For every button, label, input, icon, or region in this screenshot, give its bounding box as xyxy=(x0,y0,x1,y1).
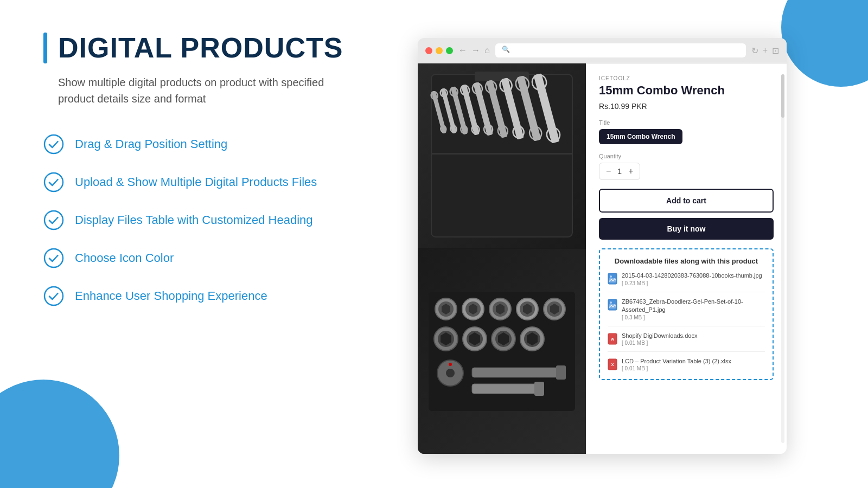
scrollbar-track[interactable] xyxy=(781,74,784,443)
feature-text: Drag & Drag Position Setting xyxy=(75,137,227,151)
file-size-2: [ 0.01 MB ] xyxy=(622,340,697,346)
svg-rect-66 xyxy=(472,368,564,377)
browser-window: ← → ⌂ 🔍 ↻ + ⊡ xyxy=(418,38,787,454)
dot-yellow[interactable] xyxy=(436,47,443,54)
check-icon xyxy=(43,172,64,192)
main-content: DIGITAL PRODUCTS Show multiple digital p… xyxy=(0,0,868,488)
download-item-2[interactable]: W Shopify DigiDownloads.docx [ 0.01 MB ] xyxy=(608,332,765,352)
file-size-3: [ 0.01 MB ] xyxy=(622,365,731,371)
product-price: Rs.10.99 PKR xyxy=(599,102,774,111)
svg-point-3 xyxy=(44,249,63,267)
svg-point-72 xyxy=(610,275,612,278)
left-panel: DIGITAL PRODUCTS Show multiple digital p… xyxy=(43,33,380,466)
buy-now-button[interactable]: Buy it now xyxy=(599,218,774,240)
feature-text: Display Files Table with Customized Head… xyxy=(75,213,313,227)
feature-text: Enhance User Shopping Experience xyxy=(75,289,267,303)
dot-green[interactable] xyxy=(446,47,453,54)
brand-label: ICETOOLZ xyxy=(599,75,774,81)
file-size-1: [ 0.3 MB ] xyxy=(622,314,765,320)
search-icon: 🔍 xyxy=(502,46,510,53)
file-name-2: Shopify DigiDownloads.docx xyxy=(622,332,697,340)
feature-text: Upload & Show Multiple Digital Products … xyxy=(75,175,317,189)
more-icon[interactable]: ⊡ xyxy=(772,46,779,56)
file-name-1: ZB67463_Zebra-Doodlerz-Gel-Pen-Set-of-10… xyxy=(622,298,765,314)
product-images xyxy=(418,63,586,454)
features-list: Drag & Drag Position Setting Upload & Sh… xyxy=(43,134,358,306)
header-accent-bar xyxy=(43,33,47,63)
svg-rect-68 xyxy=(472,384,542,394)
browser-bar: ← → ⌂ 🔍 ↻ + ⊡ xyxy=(418,38,787,63)
product-title: 15mm Combo Wrench xyxy=(599,84,774,98)
svg-point-1 xyxy=(44,173,63,191)
product-page: ICETOOLZ 15mm Combo Wrench Rs.10.99 PKR … xyxy=(418,63,787,454)
browser-url-bar[interactable]: 🔍 xyxy=(495,43,746,57)
qty-control: − 1 + xyxy=(599,163,640,180)
svg-rect-5 xyxy=(431,74,572,237)
nav-home[interactable]: ⌂ xyxy=(484,46,490,55)
download-item-0[interactable]: 2015-04-03-1428020383-763088-10books-thu… xyxy=(608,272,765,292)
qty-plus-btn[interactable]: + xyxy=(628,166,633,176)
scrollbar-thumb[interactable] xyxy=(781,74,784,118)
page-header: DIGITAL PRODUCTS xyxy=(43,33,358,63)
wrench-set-image xyxy=(426,69,578,242)
browser-actions: ↻ + ⊡ xyxy=(751,46,779,56)
svg-point-2 xyxy=(44,211,63,229)
variant-button[interactable]: 15mm Combo Wrench xyxy=(599,129,682,144)
feature-text: Choose Icon Color xyxy=(75,251,174,265)
svg-text:X: X xyxy=(611,363,614,367)
file-size-0: [ 0.23 MB ] xyxy=(622,280,762,286)
nav-back[interactable]: ← xyxy=(458,46,467,55)
feature-item-feat-3: Display Files Table with Customized Head… xyxy=(43,210,358,230)
page-subtitle: Show multiple digital products on produc… xyxy=(58,74,358,107)
download-item-3[interactable]: X LCD – Product Variation Table (3) (2).… xyxy=(608,357,765,371)
doc-file-icon: W xyxy=(608,333,617,345)
reload-icon[interactable]: ↻ xyxy=(751,46,758,56)
qty-label: Quantity xyxy=(599,153,774,159)
nav-forward[interactable]: → xyxy=(471,46,480,55)
downloads-title: Downloadable files along with this produ… xyxy=(608,257,765,265)
browser-dots xyxy=(425,47,453,54)
svg-rect-67 xyxy=(556,365,566,380)
check-icon xyxy=(43,134,64,155)
product-detail: ICETOOLZ 15mm Combo Wrench Rs.10.99 PKR … xyxy=(586,63,787,454)
variant-label: Title xyxy=(599,119,774,126)
file-name-3: LCD – Product Variation Table (3) (2).xl… xyxy=(622,357,731,365)
add-to-cart-button[interactable]: Add to cart xyxy=(599,189,774,213)
excel-file-icon: X xyxy=(608,358,617,370)
product-img-bottom xyxy=(418,249,586,454)
feature-item-feat-5: Enhance User Shopping Experience xyxy=(43,286,358,306)
svg-point-4 xyxy=(44,287,63,305)
product-img-top xyxy=(418,63,586,248)
svg-point-75 xyxy=(610,301,612,304)
page-title: DIGITAL PRODUCTS xyxy=(58,33,343,63)
downloads-section: Downloadable files along with this produ… xyxy=(599,248,774,380)
check-icon xyxy=(43,210,64,230)
feature-item-feat-2: Upload & Show Multiple Digital Products … xyxy=(43,172,358,192)
image-file-icon xyxy=(608,273,617,285)
svg-point-64 xyxy=(446,369,455,377)
qty-value: 1 xyxy=(617,167,622,176)
feature-item-feat-1: Drag & Drag Position Setting xyxy=(43,134,358,155)
svg-text:W: W xyxy=(611,337,615,341)
downloads-list: 2015-04-03-1428020383-763088-10books-thu… xyxy=(608,272,765,371)
file-name-0: 2015-04-03-1428020383-763088-10books-thu… xyxy=(622,272,762,280)
browser-nav: ← → ⌂ xyxy=(458,46,490,55)
check-icon xyxy=(43,286,64,306)
download-item-1[interactable]: ZB67463_Zebra-Doodlerz-Gel-Pen-Set-of-10… xyxy=(608,298,765,326)
socket-set-image xyxy=(426,289,578,414)
dot-red[interactable] xyxy=(425,47,432,54)
right-panel: ← → ⌂ 🔍 ↻ + ⊡ xyxy=(380,33,825,466)
qty-minus-btn[interactable]: − xyxy=(606,166,611,176)
check-icon xyxy=(43,248,64,268)
svg-point-0 xyxy=(44,135,63,153)
svg-rect-34 xyxy=(431,153,572,155)
feature-item-feat-4: Choose Icon Color xyxy=(43,248,358,268)
svg-point-65 xyxy=(449,363,452,366)
image-file-icon xyxy=(608,299,617,311)
new-tab-icon[interactable]: + xyxy=(763,46,768,56)
svg-rect-69 xyxy=(534,382,544,396)
